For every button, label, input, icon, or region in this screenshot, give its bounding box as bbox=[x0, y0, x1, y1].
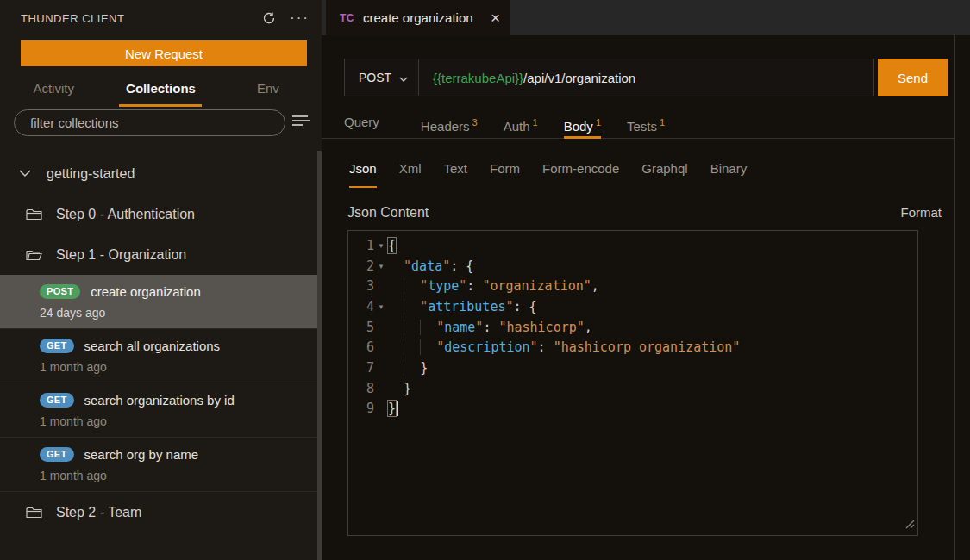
method-label: POST bbox=[359, 71, 391, 84]
code-text: } bbox=[388, 360, 428, 376]
fold-arrow-icon[interactable]: ▾ bbox=[374, 262, 388, 271]
resize-grip-icon[interactable] bbox=[904, 517, 915, 532]
folder-icon bbox=[26, 506, 42, 519]
tree-folder[interactable]: Step 1 - Organization bbox=[0, 234, 317, 275]
new-request-button[interactable]: New Request bbox=[21, 40, 307, 66]
request-time: 1 month ago bbox=[40, 469, 317, 482]
sort-icon[interactable] bbox=[292, 115, 311, 129]
method-badge: GET bbox=[40, 339, 74, 353]
code-text: "attributes": { bbox=[388, 299, 537, 314]
sidebar-tab-activity[interactable]: Activity bbox=[0, 76, 107, 107]
request-tab-count: 1 bbox=[533, 117, 538, 128]
code-text: "name": "hashicorp", bbox=[388, 320, 592, 335]
code-token bbox=[404, 339, 420, 355]
tree-folder[interactable]: Step 0 - Authentication bbox=[0, 194, 317, 234]
body-tab-graphql[interactable]: Graphql bbox=[641, 159, 687, 186]
editor-line[interactable]: 1▾{ bbox=[348, 235, 917, 256]
folder-open-icon bbox=[26, 248, 42, 261]
editor-line[interactable]: 4▾ "attributes": { bbox=[348, 296, 917, 317]
body-tab-form-encode[interactable]: Form-encode bbox=[542, 159, 619, 186]
main-panel: TC create organization × POST {{terrakub… bbox=[322, 0, 970, 560]
code-token bbox=[404, 299, 420, 314]
editor-line[interactable]: 9} bbox=[348, 399, 917, 420]
code-token: " bbox=[404, 258, 411, 274]
sidebar-tab-env[interactable]: Env bbox=[215, 76, 322, 107]
tree-collection[interactable]: getting-started bbox=[0, 153, 317, 194]
request-tab-label: Body bbox=[564, 119, 593, 134]
close-icon[interactable]: × bbox=[491, 11, 500, 25]
request-label: create organization bbox=[91, 284, 201, 299]
format-button[interactable]: Format bbox=[900, 205, 942, 221]
request-tab-count: 3 bbox=[472, 117, 478, 128]
line-number: 7 bbox=[348, 360, 374, 376]
code-token: , bbox=[585, 320, 592, 335]
editor-line[interactable]: 6 "description": "hashicorp organization… bbox=[348, 337, 917, 358]
body-tab-form[interactable]: Form bbox=[490, 159, 520, 186]
fold-arrow-icon[interactable]: ▾ bbox=[374, 302, 388, 311]
code-token bbox=[388, 258, 404, 274]
request-row[interactable]: GETsearch all organizations1 month ago bbox=[0, 329, 317, 383]
line-number: 8 bbox=[348, 381, 374, 396]
method-badge: GET bbox=[40, 447, 74, 462]
code-text: "data": { bbox=[388, 258, 473, 274]
request-tab-query[interactable]: Query bbox=[344, 111, 379, 138]
code-token: " bbox=[436, 320, 444, 335]
request-tab-count: 1 bbox=[596, 117, 601, 128]
code-token: { bbox=[388, 238, 396, 253]
json-editor[interactable]: 1▾{2▾ "data": {3 "type": "organization",… bbox=[347, 230, 918, 536]
request-tab-tests[interactable]: Tests1 bbox=[627, 111, 665, 138]
filter-collections-input[interactable] bbox=[14, 109, 285, 136]
request-row[interactable]: GETsearch organizations by id1 month ago bbox=[0, 383, 317, 438]
editor-line[interactable]: 5 "name": "hashicorp", bbox=[348, 317, 917, 338]
thunder-client-tab-icon: TC bbox=[340, 12, 354, 24]
fold-arrow-icon[interactable]: ▾ bbox=[374, 241, 388, 250]
panel-right-divider bbox=[954, 35, 955, 560]
code-text: } bbox=[388, 401, 398, 416]
request-tab-body[interactable]: Body1 bbox=[564, 111, 601, 138]
code-text: { bbox=[388, 238, 396, 253]
code-text: } bbox=[388, 381, 411, 396]
folder-label: Step 0 - Authentication bbox=[56, 207, 195, 222]
request-row-line1: GETsearch all organizations bbox=[40, 339, 317, 353]
sidebar-tab-collections[interactable]: Collections bbox=[107, 76, 214, 107]
request-tab-headers[interactable]: Headers3 bbox=[421, 111, 478, 138]
code-token bbox=[388, 360, 404, 376]
body-tab-xml[interactable]: Xml bbox=[399, 159, 422, 186]
body-tab-text[interactable]: Text bbox=[444, 159, 468, 186]
body-tab-binary[interactable]: Binary bbox=[710, 159, 748, 186]
editor-tabstrip: TC create organization × bbox=[322, 0, 970, 35]
tree-folder[interactable]: Step 2 - Team bbox=[0, 492, 317, 532]
request-time: 24 days ago bbox=[40, 306, 317, 320]
code-token bbox=[420, 320, 436, 335]
url-input[interactable]: {{terrakubeApi}}/api/v1/organization bbox=[419, 71, 635, 85]
request-row-line1: POSTcreate organization bbox=[40, 284, 317, 299]
send-button[interactable]: Send bbox=[878, 59, 948, 96]
filter-row bbox=[0, 109, 322, 137]
code-token: description bbox=[444, 339, 529, 355]
editor-line[interactable]: 2▾ "data": { bbox=[348, 256, 917, 277]
code-token bbox=[388, 339, 404, 355]
body-tab-json[interactable]: Json bbox=[349, 159, 377, 186]
code-token: } bbox=[388, 401, 396, 416]
collection-label: getting-started bbox=[47, 166, 135, 182]
more-options-icon[interactable]: ··· bbox=[290, 14, 310, 22]
request-url-row: POST {{terrakubeApi}}/api/v1/organizatio… bbox=[344, 59, 948, 96]
request-tab-auth[interactable]: Auth1 bbox=[504, 111, 538, 138]
app-title: THUNDER CLIENT bbox=[21, 12, 124, 25]
request-row-line1: GETsearch org by name bbox=[40, 447, 317, 462]
request-label: search all organizations bbox=[84, 339, 221, 353]
request-row[interactable]: GETsearch org by name1 month ago bbox=[0, 438, 317, 492]
sidebar: THUNDER CLIENT ··· New Request ActivityC… bbox=[0, 0, 322, 560]
editor-line[interactable]: 3 "type": "organization", bbox=[348, 276, 917, 296]
editor-line[interactable]: 7 } bbox=[348, 358, 917, 378]
body-content-header: Json Content Format bbox=[347, 205, 942, 221]
editor-line[interactable]: 8 } bbox=[348, 378, 917, 399]
line-number: 2 bbox=[348, 258, 374, 274]
request-row[interactable]: POSTcreate organization24 days ago bbox=[0, 275, 317, 329]
line-number: 3 bbox=[348, 278, 374, 294]
url-box: POST {{terrakubeApi}}/api/v1/organizatio… bbox=[344, 59, 874, 96]
refresh-icon[interactable] bbox=[262, 11, 276, 25]
tab-create-organization[interactable]: TC create organization × bbox=[326, 0, 510, 35]
method-dropdown[interactable]: POST bbox=[345, 59, 419, 96]
line-number: 6 bbox=[348, 339, 374, 355]
